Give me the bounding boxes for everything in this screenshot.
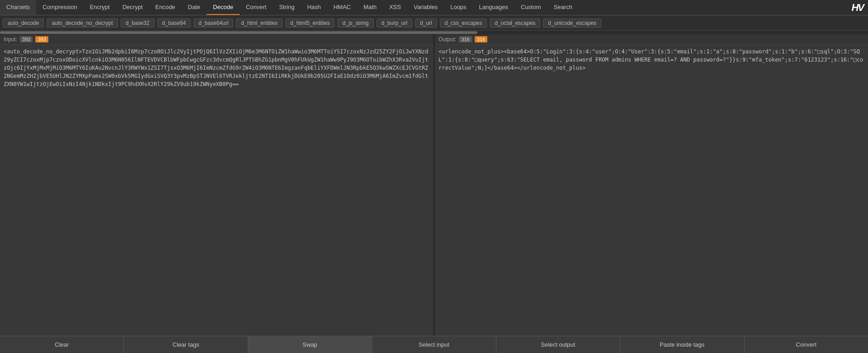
top-nav: Charsets Compression Encrypt Decrypt Enc… bbox=[0, 0, 868, 15]
input-char-count: 393 bbox=[20, 36, 33, 43]
nav-encode[interactable]: Encode bbox=[149, 0, 182, 15]
decode-buttons-row: auto_decode auto_decode_no_decrypt d_bas… bbox=[0, 15, 868, 31]
decode-btn-auto-decode[interactable]: auto_decode bbox=[3, 19, 44, 28]
nav-hmac[interactable]: HMAC bbox=[327, 0, 357, 15]
nav-charsets[interactable]: Charsets bbox=[0, 0, 36, 15]
nav-loops[interactable]: Loops bbox=[444, 0, 472, 15]
decode-btn-auto-decode-no-decrypt[interactable]: auto_decode_no_decrypt bbox=[47, 19, 118, 28]
input-content[interactable]: <auto_decode_no_decrypt>Tzo1OiJMb2dpbiI6… bbox=[0, 45, 433, 336]
nav-decrypt[interactable]: Decrypt bbox=[116, 0, 149, 15]
select-input-button[interactable]: Select input bbox=[372, 336, 496, 353]
decode-btn-d-burp-url[interactable]: d_burp_url bbox=[377, 19, 412, 28]
nav-encrypt[interactable]: Encrypt bbox=[84, 0, 116, 15]
nav-search[interactable]: Search bbox=[547, 0, 579, 15]
decode-btn-d-html-entities[interactable]: d_html_entities bbox=[236, 19, 283, 28]
app-logo: HV bbox=[847, 2, 868, 14]
output-panel: Output: 316 316 <urlencode_not_plus><bas… bbox=[435, 34, 868, 336]
decode-btn-d-css-escapes[interactable]: d_css_escapes bbox=[440, 19, 487, 28]
input-panel-header: Input: 393 393 bbox=[0, 34, 433, 45]
main-area: Input: 393 393 <auto_decode_no_decrypt>T… bbox=[0, 34, 868, 336]
nav-compression[interactable]: Compression bbox=[36, 0, 84, 15]
bottom-bar: Clear Clear tags Swap Select input Selec… bbox=[0, 336, 868, 353]
nav-math[interactable]: Math bbox=[357, 0, 383, 15]
decode-btn-d-html5-entities[interactable]: d_html5_entities bbox=[285, 19, 335, 28]
nav-custom[interactable]: Custom bbox=[514, 0, 547, 15]
clear-button[interactable]: Clear bbox=[0, 336, 124, 353]
output-char-count-highlight: 316 bbox=[475, 36, 487, 43]
select-output-button[interactable]: Select output bbox=[496, 336, 620, 353]
input-char-count-highlight: 393 bbox=[35, 36, 48, 43]
output-panel-header: Output: 316 316 bbox=[435, 34, 868, 45]
clear-tags-button[interactable]: Clear tags bbox=[124, 336, 248, 353]
decode-btn-d-url[interactable]: d_url bbox=[415, 19, 437, 28]
decode-btn-d-js-string[interactable]: d_js_string bbox=[337, 19, 373, 28]
paste-inside-tags-button[interactable]: Paste inside tags bbox=[620, 336, 744, 353]
decode-btn-d-base64[interactable]: d_base64 bbox=[157, 19, 191, 28]
decode-btn-d-base64url[interactable]: d_base64url bbox=[193, 19, 233, 28]
input-panel: Input: 393 393 <auto_decode_no_decrypt>T… bbox=[0, 34, 433, 336]
nav-languages[interactable]: Languages bbox=[473, 0, 514, 15]
input-label: Input: bbox=[4, 36, 17, 43]
decode-btn-d-octal-escapes[interactable]: d_octal_escapes bbox=[490, 19, 540, 28]
output-label: Output: bbox=[439, 36, 456, 43]
horizontal-scrollbar[interactable] bbox=[0, 31, 868, 34]
output-char-count: 316 bbox=[459, 36, 472, 43]
decode-btn-d-unicode-escapes[interactable]: d_unicode_escapes bbox=[543, 19, 601, 28]
nav-convert[interactable]: Convert bbox=[240, 0, 273, 15]
nav-variables[interactable]: Variables bbox=[407, 0, 444, 15]
output-content[interactable]: <urlencode_not_plus><base64>O:5:"Login":… bbox=[435, 45, 868, 336]
nav-hash[interactable]: Hash bbox=[301, 0, 327, 15]
swap-button[interactable]: Swap bbox=[248, 336, 372, 353]
scroll-thumb[interactable] bbox=[0, 31, 477, 34]
nav-decode[interactable]: Decode bbox=[207, 0, 240, 15]
decode-btn-d-base32[interactable]: d_base32 bbox=[121, 19, 155, 28]
nav-string[interactable]: String bbox=[273, 0, 301, 15]
convert-button[interactable]: Convert bbox=[745, 336, 868, 353]
nav-xss[interactable]: XSS bbox=[383, 0, 407, 15]
nav-date[interactable]: Date bbox=[182, 0, 207, 15]
